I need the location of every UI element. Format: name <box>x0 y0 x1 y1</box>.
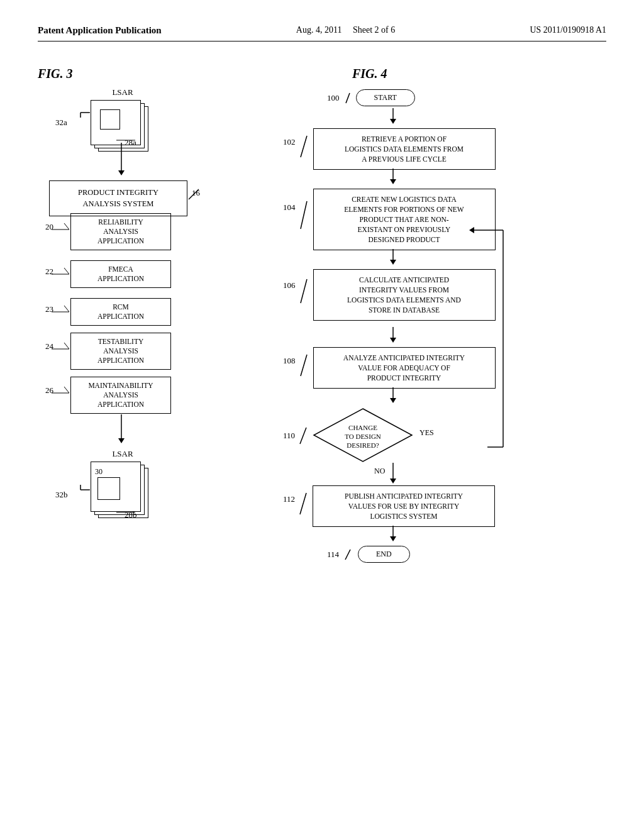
fig3-diagram: FIG. 3 LSAR 32a <box>38 67 252 691</box>
bracket-32a <box>55 106 93 119</box>
ref100-slash <box>345 92 351 104</box>
loopback-arrow <box>465 211 509 450</box>
svg-line-50 <box>345 550 350 560</box>
svg-marker-1 <box>118 170 125 175</box>
arrow-106-108 <box>387 327 399 347</box>
step-108-box: ANALYZE ANTICIPATED INTEGRITYVALUE FOR A… <box>313 347 496 389</box>
svg-line-10 <box>64 343 69 349</box>
svg-marker-33 <box>469 227 474 233</box>
step-108-container: 108 ANALYZE ANTICIPATED INTEGRITYVALUE F… <box>283 347 496 389</box>
svg-line-2 <box>189 189 199 199</box>
ref-106: 106 <box>283 280 296 290</box>
svg-marker-49 <box>390 536 396 541</box>
step-114-container: 114 END <box>327 546 410 563</box>
testability-box: TESTABILITYANALYSISAPPLICATION <box>70 333 171 370</box>
svg-marker-36 <box>390 338 396 343</box>
reliability-box: RELIABILITYANALYSISAPPLICATION <box>70 213 171 250</box>
arrow-108-110 <box>387 387 399 407</box>
header-center: Aug. 4, 2011 Sheet 2 of 6 <box>296 25 395 35</box>
ref28a-arrow <box>116 135 148 148</box>
arrow-102-104 <box>387 169 399 189</box>
svg-line-37 <box>301 355 307 376</box>
content-area: FIG. 3 LSAR 32a <box>38 67 606 691</box>
ref16-slash <box>187 188 200 201</box>
ref-110: 110 <box>283 431 295 441</box>
header-left: Patent Application Publication <box>38 25 162 36</box>
yes-label: YES <box>419 428 434 438</box>
svg-line-6 <box>64 268 69 274</box>
svg-line-47 <box>300 493 306 514</box>
ref114-slash <box>344 548 353 561</box>
lsar-top-label: LSAR <box>88 87 157 97</box>
ref112-slash <box>299 492 309 517</box>
svg-line-12 <box>64 387 69 393</box>
svg-line-24 <box>301 136 307 157</box>
ref28b-arrow <box>116 507 148 520</box>
fig4-diagram: FIG. 4 100 START 102 <box>277 67 606 670</box>
step-112-box: PUBLISH ANTICIPATED INTEGRITYVALUES FOR … <box>313 485 495 527</box>
bracket-32b <box>55 484 93 496</box>
ref-100: 100 <box>327 93 340 103</box>
lsar-bottom-label: LSAR <box>88 449 157 459</box>
arrow-100-102 <box>387 108 399 128</box>
ref23-slash <box>52 304 70 314</box>
ref-104: 104 <box>283 202 296 213</box>
svg-marker-39 <box>390 398 396 403</box>
svg-line-21 <box>346 93 350 103</box>
step-100-container: 100 START <box>327 89 415 106</box>
arrow-system-to-lsar-bottom <box>112 414 131 449</box>
ref26-slash <box>52 385 70 396</box>
step-102-container: 102 RETRIEVE A PORTION OFLOGISTICS DATA … <box>283 128 496 170</box>
arrow-104-106 <box>387 249 399 269</box>
ref-114: 114 <box>327 550 339 560</box>
ref-112: 112 <box>283 494 295 504</box>
main-system-box: PRODUCT INTEGRITYANALYSIS SYSTEM <box>49 180 187 216</box>
maintainability-box: MAINTAINABILITYANALYSISAPPLICATION <box>70 377 171 414</box>
svg-text:DESIRED?: DESIRED? <box>347 441 379 449</box>
svg-text:CHANGE: CHANGE <box>348 424 377 431</box>
ref22-slash <box>52 267 70 277</box>
svg-line-27 <box>301 201 307 229</box>
fig3-label: FIG. 3 <box>38 67 252 81</box>
svg-marker-26 <box>390 179 396 184</box>
no-label: NO <box>374 467 385 476</box>
ref20-slash <box>52 222 70 232</box>
ref102-slash <box>299 135 309 160</box>
ref110-slash <box>299 426 309 445</box>
end-box: END <box>358 546 410 563</box>
header-right: US 2011/0190918 A1 <box>530 25 606 35</box>
diamond-110: CHANGE TO DESIGN DESIRED? <box>313 407 413 464</box>
ref106-slash <box>299 278 309 306</box>
ref-108: 108 <box>283 356 296 366</box>
page: Patent Application Publication Aug. 4, 2… <box>0 0 644 830</box>
step-106-container: 106 CALCULATE ANTICIPATEDINTEGRITY VALUE… <box>283 269 496 321</box>
step-112-container: 112 PUBLISH ANTICIPATED INTEGRITYVALUES … <box>283 485 495 527</box>
fig4-label: FIG. 4 <box>352 67 387 81</box>
fmeca-box: FMECAAPPLICATION <box>70 260 171 288</box>
ref108-slash <box>299 353 309 379</box>
ref-102: 102 <box>283 137 296 147</box>
svg-line-40 <box>300 428 306 444</box>
step-104-container: 104 CREATE NEW LOGISTICS DATAELEMENTS FO… <box>283 189 496 250</box>
ref-32a: 32a <box>55 118 67 128</box>
arrow-112-114 <box>387 526 399 546</box>
arrow-110-no <box>387 463 399 488</box>
svg-marker-14 <box>118 438 125 443</box>
svg-marker-46 <box>390 479 396 484</box>
step-110-container: 110 CHANGE TO DESIGN DESIRED? YES <box>283 407 434 464</box>
step-102-box: RETRIEVE A PORTION OFLOGISTICS DATA ELEM… <box>313 128 496 170</box>
ref104-slash <box>299 200 309 231</box>
rcm-box: RCMAPPLICATION <box>70 298 171 326</box>
svg-marker-29 <box>390 260 396 265</box>
svg-line-8 <box>64 306 69 312</box>
svg-line-34 <box>301 279 307 303</box>
ref24-slash <box>52 341 70 351</box>
arrow-lsar-to-system <box>112 143 131 180</box>
start-box: START <box>356 89 415 106</box>
ref-30: 30 <box>95 467 103 477</box>
svg-marker-23 <box>390 119 396 124</box>
svg-line-4 <box>64 223 69 230</box>
step-106-box: CALCULATE ANTICIPATEDINTEGRITY VALUES FR… <box>313 269 496 321</box>
page-header: Patent Application Publication Aug. 4, 2… <box>38 25 606 42</box>
svg-text:TO DESIGN: TO DESIGN <box>345 433 381 440</box>
